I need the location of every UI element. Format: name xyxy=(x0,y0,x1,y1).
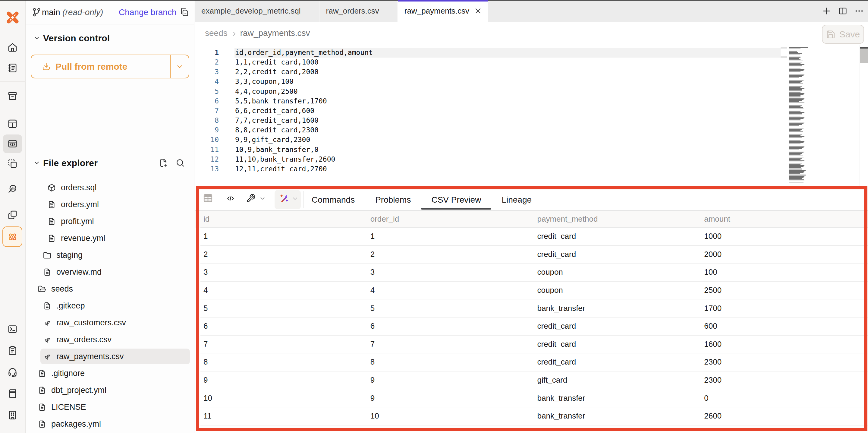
table-row-9[interactable]: 99gift_card2300 xyxy=(200,372,868,389)
home-icon[interactable] xyxy=(7,42,18,53)
more-options-icon[interactable] xyxy=(855,6,864,16)
dashboard-grid-icon[interactable] xyxy=(7,119,18,129)
table-row-8[interactable]: 88credit_card2300 xyxy=(200,353,868,372)
table-cell: 4 xyxy=(367,282,534,299)
table-row-3[interactable]: 33coupon100 xyxy=(200,263,868,282)
split-editor-icon[interactable] xyxy=(838,7,847,16)
table-row-5[interactable]: 55bank_transfer1700 xyxy=(200,299,868,318)
chevron-down-icon[interactable] xyxy=(292,195,299,202)
code-lines[interactable]: id,order_id,payment_method,amount1,1,cre… xyxy=(235,48,373,174)
file-item-orders.sql[interactable]: orders.sql xyxy=(26,179,194,196)
minimap-line xyxy=(789,95,801,96)
minimap-line xyxy=(789,149,799,150)
minimap-line xyxy=(789,162,802,162)
code-view-icon[interactable] xyxy=(226,194,235,203)
app-logo-icon[interactable] xyxy=(5,10,20,25)
data-search-icon[interactable] xyxy=(7,184,18,194)
file-icon xyxy=(48,234,56,242)
minimap-line xyxy=(789,121,801,121)
archive-icon[interactable] xyxy=(7,91,18,101)
file-item-overview.md[interactable]: overview.md xyxy=(26,263,194,281)
copy-branch-icon[interactable] xyxy=(180,8,189,17)
magic-wand-icon[interactable] xyxy=(279,194,289,203)
file-item-LICENSE[interactable]: LICENSE xyxy=(26,399,194,415)
column-header-order_id[interactable]: order_id xyxy=(367,211,534,227)
file-icon xyxy=(38,403,46,411)
support-headset-icon[interactable] xyxy=(7,367,18,377)
file-item-label: staging xyxy=(56,251,83,260)
table-row-7[interactable]: 77credit_card1600 xyxy=(200,336,868,354)
settings-wrench-icon[interactable] xyxy=(246,194,255,203)
minimap-line xyxy=(789,167,801,168)
table-row-2[interactable]: 22credit_card2000 xyxy=(200,246,868,264)
file-icon xyxy=(43,268,51,276)
table-cell: 6 xyxy=(367,318,534,335)
table-row-4[interactable]: 44coupon2500 xyxy=(200,282,868,300)
column-header-payment_method[interactable]: payment_method xyxy=(534,211,701,227)
save-button[interactable]: Save xyxy=(822,25,864,44)
editor-tab-raw_payments.csv[interactable]: raw_payments.csv xyxy=(398,0,488,22)
chevron-down-icon[interactable] xyxy=(259,195,266,202)
editor-tab-example_develop_metric.sql[interactable]: example_develop_metric.sql xyxy=(195,0,319,22)
table-row-6[interactable]: 66credit_card600 xyxy=(200,318,868,336)
table-row-1[interactable]: 11credit_card1000 xyxy=(200,228,868,246)
organization-icon[interactable] xyxy=(7,410,18,420)
notebook-icon[interactable] xyxy=(7,63,18,73)
pull-main[interactable]: Pull from remote xyxy=(31,55,170,78)
terminal-icon[interactable] xyxy=(7,324,18,334)
file-item-orders.yml[interactable]: orders.yml xyxy=(26,196,194,213)
minimap[interactable] xyxy=(789,47,811,183)
column-header-amount[interactable]: amount xyxy=(701,211,868,227)
table-row-10[interactable]: 109bank_transfer0 xyxy=(200,389,868,407)
copy-selection-icon[interactable] xyxy=(7,158,18,169)
line-number: 6 xyxy=(195,96,219,106)
panel-tab-CSV Preview[interactable]: CSV Preview xyxy=(421,190,491,210)
pull-options-caret[interactable] xyxy=(170,55,189,78)
code-line: 12,11,credit_card,2700 xyxy=(235,164,373,174)
column-header-id[interactable]: id xyxy=(200,211,367,227)
search-files-icon[interactable] xyxy=(176,158,185,167)
close-tab-icon[interactable] xyxy=(474,7,482,15)
file-item-packages.yml[interactable]: packages.yml xyxy=(26,415,194,432)
code-editor-icon[interactable] xyxy=(7,139,18,149)
file-item-profit.yml[interactable]: profit.yml xyxy=(26,213,194,230)
file-item-seeds[interactable]: seeds xyxy=(26,281,194,297)
docs-book-icon[interactable] xyxy=(7,389,18,399)
pull-from-remote-button[interactable]: Pull from remote xyxy=(31,55,189,78)
file-icon xyxy=(43,302,51,310)
atom-app-button[interactable] xyxy=(2,227,22,247)
file-item-dbt_project.yml[interactable]: dbt_project.yml xyxy=(26,382,194,399)
table-view-icon[interactable] xyxy=(203,193,213,203)
editor-tab-raw_orders.csv[interactable]: raw_orders.csv xyxy=(319,0,398,22)
panel-tab-Commands[interactable]: Commands xyxy=(301,190,365,210)
code-line: id,order_id,payment_method,amount xyxy=(235,48,373,57)
minimap-line xyxy=(789,175,806,175)
breadcrumb-folder[interactable]: seeds xyxy=(205,28,227,38)
new-file-icon[interactable] xyxy=(159,158,168,167)
table-cell: bank_transfer xyxy=(534,389,701,407)
code-editor[interactable]: 12345678910111213 id,order_id,payment_me… xyxy=(195,45,868,186)
file-item-raw_payments.csv[interactable]: raw_payments.csv xyxy=(26,348,194,365)
external-window-icon[interactable] xyxy=(7,210,18,220)
scrollbar-thumb[interactable] xyxy=(860,49,868,63)
minimap-line xyxy=(789,166,804,167)
table-row-11[interactable]: 1110bank_transfer2600 xyxy=(200,407,868,426)
minimap-line xyxy=(789,140,801,141)
file-item-.gitignore[interactable]: .gitignore xyxy=(26,365,194,382)
panel-tab-Problems[interactable]: Problems xyxy=(365,190,421,210)
change-branch-link[interactable]: Change branch xyxy=(119,7,176,17)
new-tab-icon[interactable] xyxy=(822,6,831,16)
file-item-staging[interactable]: staging xyxy=(26,247,194,263)
clipboard-icon[interactable] xyxy=(7,346,18,355)
file-item-.gitkeep[interactable]: .gitkeep xyxy=(26,297,194,314)
panel-tab-Lineage[interactable]: Lineage xyxy=(491,190,542,210)
table-cell: credit_card xyxy=(534,246,701,263)
version-control-header[interactable]: Version control xyxy=(26,32,194,44)
file-item-raw_customers.csv[interactable]: raw_customers.csv xyxy=(26,314,194,331)
file-item-raw_orders.csv[interactable]: raw_orders.csv xyxy=(26,331,194,348)
line-number: 7 xyxy=(195,106,219,115)
file-item-label: packages.yml xyxy=(51,420,101,429)
minimap-line xyxy=(789,63,801,64)
file-item-revenue.yml[interactable]: revenue.yml xyxy=(26,230,194,247)
file-item-label: .gitkeep xyxy=(56,301,85,311)
